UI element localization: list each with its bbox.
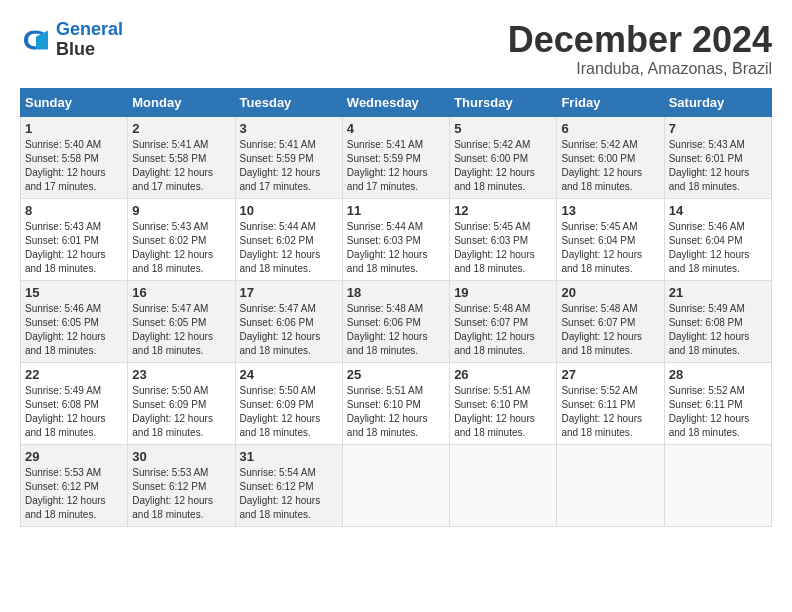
calendar-cell bbox=[450, 444, 557, 526]
logo-icon bbox=[20, 24, 52, 56]
title-block: December 2024 Iranduba, Amazonas, Brazil bbox=[508, 20, 772, 78]
day-number: 19 bbox=[454, 285, 552, 300]
day-info: Sunrise: 5:54 AM Sunset: 6:12 PM Dayligh… bbox=[240, 466, 338, 522]
day-number: 18 bbox=[347, 285, 445, 300]
day-number: 30 bbox=[132, 449, 230, 464]
calendar-cell: 13 Sunrise: 5:45 AM Sunset: 6:04 PM Dayl… bbox=[557, 198, 664, 280]
day-number: 13 bbox=[561, 203, 659, 218]
day-info: Sunrise: 5:50 AM Sunset: 6:09 PM Dayligh… bbox=[132, 384, 230, 440]
day-info: Sunrise: 5:41 AM Sunset: 5:59 PM Dayligh… bbox=[347, 138, 445, 194]
calendar-cell: 3 Sunrise: 5:41 AM Sunset: 5:59 PM Dayli… bbox=[235, 116, 342, 198]
header-friday: Friday bbox=[557, 88, 664, 116]
day-info: Sunrise: 5:41 AM Sunset: 5:59 PM Dayligh… bbox=[240, 138, 338, 194]
calendar-cell: 1 Sunrise: 5:40 AM Sunset: 5:58 PM Dayli… bbox=[21, 116, 128, 198]
day-info: Sunrise: 5:49 AM Sunset: 6:08 PM Dayligh… bbox=[25, 384, 123, 440]
day-info: Sunrise: 5:44 AM Sunset: 6:03 PM Dayligh… bbox=[347, 220, 445, 276]
day-info: Sunrise: 5:45 AM Sunset: 6:03 PM Dayligh… bbox=[454, 220, 552, 276]
day-info: Sunrise: 5:40 AM Sunset: 5:58 PM Dayligh… bbox=[25, 138, 123, 194]
calendar-cell: 20 Sunrise: 5:48 AM Sunset: 6:07 PM Dayl… bbox=[557, 280, 664, 362]
calendar-cell bbox=[342, 444, 449, 526]
calendar-cell bbox=[664, 444, 771, 526]
day-info: Sunrise: 5:51 AM Sunset: 6:10 PM Dayligh… bbox=[347, 384, 445, 440]
calendar-cell: 7 Sunrise: 5:43 AM Sunset: 6:01 PM Dayli… bbox=[664, 116, 771, 198]
calendar-cell: 25 Sunrise: 5:51 AM Sunset: 6:10 PM Dayl… bbox=[342, 362, 449, 444]
day-info: Sunrise: 5:42 AM Sunset: 6:00 PM Dayligh… bbox=[561, 138, 659, 194]
calendar-cell: 12 Sunrise: 5:45 AM Sunset: 6:03 PM Dayl… bbox=[450, 198, 557, 280]
day-number: 8 bbox=[25, 203, 123, 218]
day-number: 26 bbox=[454, 367, 552, 382]
header-thursday: Thursday bbox=[450, 88, 557, 116]
day-number: 10 bbox=[240, 203, 338, 218]
day-info: Sunrise: 5:43 AM Sunset: 6:01 PM Dayligh… bbox=[25, 220, 123, 276]
header-monday: Monday bbox=[128, 88, 235, 116]
day-number: 17 bbox=[240, 285, 338, 300]
calendar-cell bbox=[557, 444, 664, 526]
day-number: 24 bbox=[240, 367, 338, 382]
day-number: 3 bbox=[240, 121, 338, 136]
day-number: 6 bbox=[561, 121, 659, 136]
calendar-cell: 31 Sunrise: 5:54 AM Sunset: 6:12 PM Dayl… bbox=[235, 444, 342, 526]
calendar-cell: 23 Sunrise: 5:50 AM Sunset: 6:09 PM Dayl… bbox=[128, 362, 235, 444]
calendar-cell: 27 Sunrise: 5:52 AM Sunset: 6:11 PM Dayl… bbox=[557, 362, 664, 444]
logo: GeneralBlue bbox=[20, 20, 123, 60]
calendar-cell: 30 Sunrise: 5:53 AM Sunset: 6:12 PM Dayl… bbox=[128, 444, 235, 526]
day-info: Sunrise: 5:42 AM Sunset: 6:00 PM Dayligh… bbox=[454, 138, 552, 194]
day-number: 5 bbox=[454, 121, 552, 136]
day-number: 4 bbox=[347, 121, 445, 136]
day-number: 12 bbox=[454, 203, 552, 218]
calendar-week-1: 1 Sunrise: 5:40 AM Sunset: 5:58 PM Dayli… bbox=[21, 116, 772, 198]
day-number: 7 bbox=[669, 121, 767, 136]
day-number: 11 bbox=[347, 203, 445, 218]
day-number: 31 bbox=[240, 449, 338, 464]
header-tuesday: Tuesday bbox=[235, 88, 342, 116]
header-wednesday: Wednesday bbox=[342, 88, 449, 116]
day-info: Sunrise: 5:48 AM Sunset: 6:07 PM Dayligh… bbox=[454, 302, 552, 358]
day-number: 15 bbox=[25, 285, 123, 300]
day-info: Sunrise: 5:41 AM Sunset: 5:58 PM Dayligh… bbox=[132, 138, 230, 194]
day-info: Sunrise: 5:45 AM Sunset: 6:04 PM Dayligh… bbox=[561, 220, 659, 276]
header-saturday: Saturday bbox=[664, 88, 771, 116]
day-number: 2 bbox=[132, 121, 230, 136]
day-number: 23 bbox=[132, 367, 230, 382]
calendar-header-row: SundayMondayTuesdayWednesdayThursdayFrid… bbox=[21, 88, 772, 116]
calendar-cell: 4 Sunrise: 5:41 AM Sunset: 5:59 PM Dayli… bbox=[342, 116, 449, 198]
day-info: Sunrise: 5:50 AM Sunset: 6:09 PM Dayligh… bbox=[240, 384, 338, 440]
calendar-cell: 29 Sunrise: 5:53 AM Sunset: 6:12 PM Dayl… bbox=[21, 444, 128, 526]
day-info: Sunrise: 5:53 AM Sunset: 6:12 PM Dayligh… bbox=[25, 466, 123, 522]
day-info: Sunrise: 5:46 AM Sunset: 6:04 PM Dayligh… bbox=[669, 220, 767, 276]
calendar-table: SundayMondayTuesdayWednesdayThursdayFrid… bbox=[20, 88, 772, 527]
day-number: 22 bbox=[25, 367, 123, 382]
calendar-cell: 9 Sunrise: 5:43 AM Sunset: 6:02 PM Dayli… bbox=[128, 198, 235, 280]
day-number: 28 bbox=[669, 367, 767, 382]
calendar-cell: 16 Sunrise: 5:47 AM Sunset: 6:05 PM Dayl… bbox=[128, 280, 235, 362]
calendar-week-4: 22 Sunrise: 5:49 AM Sunset: 6:08 PM Dayl… bbox=[21, 362, 772, 444]
calendar-cell: 24 Sunrise: 5:50 AM Sunset: 6:09 PM Dayl… bbox=[235, 362, 342, 444]
calendar-cell: 22 Sunrise: 5:49 AM Sunset: 6:08 PM Dayl… bbox=[21, 362, 128, 444]
day-info: Sunrise: 5:49 AM Sunset: 6:08 PM Dayligh… bbox=[669, 302, 767, 358]
calendar-cell: 18 Sunrise: 5:48 AM Sunset: 6:06 PM Dayl… bbox=[342, 280, 449, 362]
day-number: 29 bbox=[25, 449, 123, 464]
calendar-cell: 14 Sunrise: 5:46 AM Sunset: 6:04 PM Dayl… bbox=[664, 198, 771, 280]
calendar-week-2: 8 Sunrise: 5:43 AM Sunset: 6:01 PM Dayli… bbox=[21, 198, 772, 280]
location-subtitle: Iranduba, Amazonas, Brazil bbox=[508, 60, 772, 78]
day-info: Sunrise: 5:53 AM Sunset: 6:12 PM Dayligh… bbox=[132, 466, 230, 522]
calendar-week-5: 29 Sunrise: 5:53 AM Sunset: 6:12 PM Dayl… bbox=[21, 444, 772, 526]
calendar-cell: 28 Sunrise: 5:52 AM Sunset: 6:11 PM Dayl… bbox=[664, 362, 771, 444]
logo-text: GeneralBlue bbox=[56, 20, 123, 60]
day-info: Sunrise: 5:48 AM Sunset: 6:06 PM Dayligh… bbox=[347, 302, 445, 358]
day-number: 27 bbox=[561, 367, 659, 382]
calendar-cell: 11 Sunrise: 5:44 AM Sunset: 6:03 PM Dayl… bbox=[342, 198, 449, 280]
header-sunday: Sunday bbox=[21, 88, 128, 116]
month-title: December 2024 bbox=[508, 20, 772, 60]
day-info: Sunrise: 5:47 AM Sunset: 6:05 PM Dayligh… bbox=[132, 302, 230, 358]
day-info: Sunrise: 5:43 AM Sunset: 6:02 PM Dayligh… bbox=[132, 220, 230, 276]
day-info: Sunrise: 5:46 AM Sunset: 6:05 PM Dayligh… bbox=[25, 302, 123, 358]
calendar-cell: 21 Sunrise: 5:49 AM Sunset: 6:08 PM Dayl… bbox=[664, 280, 771, 362]
day-info: Sunrise: 5:51 AM Sunset: 6:10 PM Dayligh… bbox=[454, 384, 552, 440]
calendar-cell: 17 Sunrise: 5:47 AM Sunset: 6:06 PM Dayl… bbox=[235, 280, 342, 362]
calendar-cell: 2 Sunrise: 5:41 AM Sunset: 5:58 PM Dayli… bbox=[128, 116, 235, 198]
day-number: 16 bbox=[132, 285, 230, 300]
day-info: Sunrise: 5:48 AM Sunset: 6:07 PM Dayligh… bbox=[561, 302, 659, 358]
day-number: 25 bbox=[347, 367, 445, 382]
day-info: Sunrise: 5:52 AM Sunset: 6:11 PM Dayligh… bbox=[561, 384, 659, 440]
